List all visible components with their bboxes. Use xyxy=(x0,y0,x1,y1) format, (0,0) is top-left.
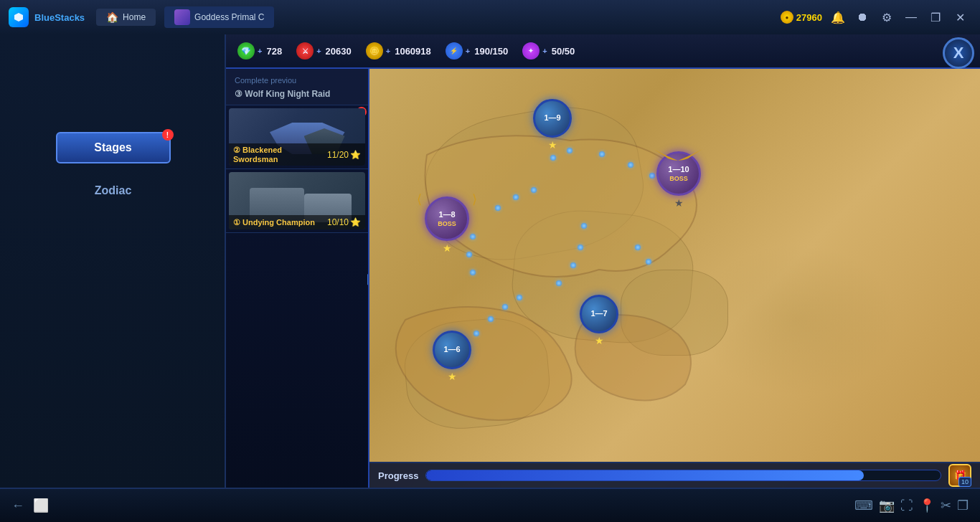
resource-bar: 💎 + 728 ⚔ + 20630 🪙 + 1060918 ⚡ + 190/15… xyxy=(226,34,980,69)
map-svg xyxy=(369,69,980,488)
stage-list: Complete previou ③ Wolf King Night Raid … xyxy=(226,69,369,488)
game-icon xyxy=(174,9,190,25)
keyboard-icon[interactable]: ⌨ xyxy=(854,498,873,513)
close-button[interactable]: X xyxy=(943,37,974,69)
path-dot-15 xyxy=(649,173,655,179)
close-window-button[interactable]: ✕ xyxy=(951,9,969,26)
game-title: Goddess Primal C xyxy=(194,12,264,22)
path-dot-14 xyxy=(628,162,633,168)
undying-thumb: ① Undying Champion 10/10 ⭐ xyxy=(229,172,365,229)
node-1-6-label: 1—6 xyxy=(443,345,460,354)
path-dot-9 xyxy=(513,194,519,200)
node-1-9-star: ★ xyxy=(548,139,557,151)
node-1-10-star: ★ xyxy=(674,197,684,209)
gems-value: 728 xyxy=(266,46,282,57)
location-icon[interactable]: 📍 xyxy=(919,498,935,513)
stamina-value: 190/150 xyxy=(474,46,508,57)
restore-button[interactable]: ❐ xyxy=(927,9,944,26)
stages-button[interactable]: Stages xyxy=(56,132,171,163)
node-wings xyxy=(650,148,707,162)
node-1-10[interactable]: 1—10 BOSS ★ xyxy=(656,151,701,209)
undying-progress: 10/10 xyxy=(327,217,349,227)
game-tab[interactable]: Goddess Primal C xyxy=(164,6,274,28)
home-tab[interactable]: 🏠 Home xyxy=(96,9,156,26)
node-1-9-label: 1—9 xyxy=(544,113,560,123)
list-arrow: ▶ xyxy=(367,270,369,287)
path-dot-8 xyxy=(495,205,501,211)
settings-icon[interactable]: ⚙ xyxy=(878,9,895,26)
bottom-right: ⌨ 📷 ⛶ 📍 ✂ ❐ xyxy=(854,498,969,513)
bluestacks-logo xyxy=(9,7,29,27)
copy-icon[interactable]: ❐ xyxy=(957,498,969,513)
node-1-9[interactable]: 1—9 ★ xyxy=(533,99,572,151)
path-dot-18 xyxy=(578,245,583,250)
node-1-8[interactable]: ⟨ ⟩ 1—8 BOSS ★ xyxy=(425,196,469,254)
stage-item-wolf-king[interactable]: Complete previou ③ Wolf King Night Raid xyxy=(226,69,368,105)
gold-resource: 🪙 + 1060918 xyxy=(366,42,431,60)
home-bottom-icon[interactable]: ⬜ xyxy=(33,498,49,513)
coin-amount: 27960 xyxy=(796,12,822,23)
zodiac-button[interactable]: Zodiac xyxy=(56,175,171,207)
back-icon[interactable]: ← xyxy=(11,498,24,513)
coin-display: ● 27960 xyxy=(781,11,822,24)
map-area: 1—9 ★ 1—10 BOSS ★ ⟨ ⟩ 1—8 xyxy=(369,69,980,488)
node-1-8-circle: ⟨ ⟩ 1—8 BOSS xyxy=(425,196,469,241)
node-1-8-label: 1—8 xyxy=(438,210,455,219)
gold-value: 1060918 xyxy=(395,46,431,57)
minimize-button[interactable]: — xyxy=(903,9,920,26)
path-dot-13 xyxy=(599,151,605,157)
progress-chest[interactable]: 🎁 10 xyxy=(948,464,971,487)
brand-name: BlueStacks xyxy=(34,12,85,23)
expand-icon[interactable]: ⛶ xyxy=(900,498,913,513)
node-1-10-boss-text: BOSS xyxy=(669,175,688,182)
node-1-7-circle: 1—7 xyxy=(580,295,618,333)
title-bar: BlueStacks 🏠 Home Goddess Primal C ● 279… xyxy=(0,0,980,34)
left-wing-icon: ⟨ xyxy=(417,191,422,207)
node-1-6-star: ★ xyxy=(448,371,457,382)
progress-fill xyxy=(426,470,863,480)
close-label: X xyxy=(953,44,964,62)
node-1-7-star: ★ xyxy=(595,335,604,346)
home-icon: 🏠 xyxy=(106,11,118,23)
svg-marker-0 xyxy=(14,13,23,22)
path-dot-5 xyxy=(470,270,476,275)
pvp-resource: ⚔ + 20630 xyxy=(296,42,352,60)
stage-item-blackened[interactable]: ! ② Blackened Swordsman 11/20 ⭐ xyxy=(226,105,368,169)
stage-item-undying[interactable]: ① Undying Champion 10/10 ⭐ xyxy=(226,169,368,233)
blackened-name: ② Blackened Swordsman xyxy=(233,146,327,163)
camera-icon[interactable]: 📷 xyxy=(879,498,895,513)
pvp-icon: ⚔ xyxy=(296,42,314,60)
node-1-7[interactable]: 1—7 ★ xyxy=(580,295,618,346)
blackened-overlay: ② Blackened Swordsman 11/20 ⭐ xyxy=(229,143,365,166)
home-label: Home xyxy=(123,12,146,22)
node-1-6-circle: 1—6 xyxy=(433,331,471,369)
node-1-6[interactable]: 1—6 ★ xyxy=(433,331,471,382)
gold-icon: 🪙 xyxy=(366,42,383,60)
stamina-icon: ⚡ xyxy=(446,42,463,60)
energy-resource: ✦ + 50/50 xyxy=(522,42,575,60)
node-1-10-circle: 1—10 BOSS xyxy=(656,151,701,196)
node-1-7-label: 1—7 xyxy=(590,309,607,318)
path-dot-7 xyxy=(470,234,476,239)
stage-locked-label: Complete previou xyxy=(232,73,362,87)
scissors-icon[interactable]: ✂ xyxy=(941,498,951,513)
path-dot-11 xyxy=(550,155,556,161)
undying-name: ① Undying Champion xyxy=(233,218,315,227)
energy-value: 50/50 xyxy=(552,46,575,57)
path-dot-16 xyxy=(556,280,562,286)
energy-icon: ✦ xyxy=(522,42,540,60)
path-dot-19 xyxy=(581,223,587,229)
bottom-left: ← ⬜ xyxy=(11,498,49,513)
stages-label: Stages xyxy=(94,141,131,154)
notification-icon[interactable]: 🔔 xyxy=(829,9,847,26)
path-dot-21 xyxy=(646,259,651,265)
record-icon[interactable]: ⏺ xyxy=(854,9,871,26)
right-wing-icon: ⟩ xyxy=(472,191,477,207)
progress-track xyxy=(425,470,941,481)
left-sidebar: Stages Zodiac xyxy=(0,34,226,488)
node-1-8-star: ★ xyxy=(443,242,452,254)
path-dot-10 xyxy=(531,187,537,193)
gems-resource: 💎 + 728 xyxy=(237,42,282,60)
blackened-thumb: ② Blackened Swordsman 11/20 ⭐ xyxy=(229,108,365,166)
bottom-bar: ← ⬜ ⌨ 📷 ⛶ 📍 ✂ ❐ xyxy=(0,488,980,522)
